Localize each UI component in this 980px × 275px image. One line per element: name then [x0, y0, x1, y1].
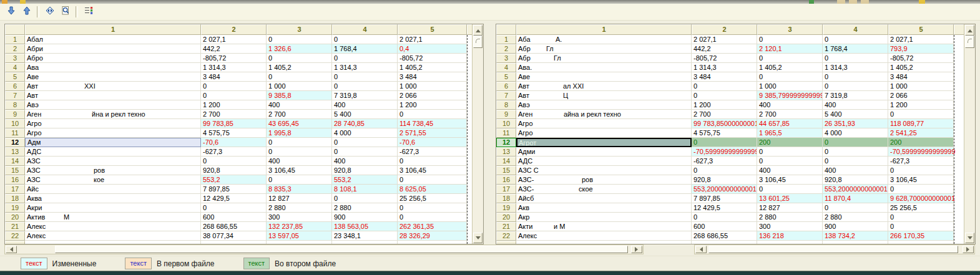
value-cell[interactable]: 0: [823, 138, 888, 147]
row-number[interactable]: 22: [496, 231, 516, 241]
name-cell[interactable]: АЗСкое: [25, 175, 201, 185]
value-cell[interactable]: 268 686,55: [201, 222, 267, 231]
value-cell[interactable]: 920,8: [201, 166, 267, 175]
value-cell[interactable]: 12 827: [757, 203, 823, 213]
value-cell[interactable]: -627,3: [692, 157, 757, 166]
next-difference-button[interactable]: [3, 4, 19, 19]
value-cell[interactable]: 38 077,34: [201, 231, 267, 241]
row-number[interactable]: 9: [5, 110, 25, 119]
value-cell[interactable]: 1 000: [398, 82, 467, 91]
name-cell[interactable]: АбаА.: [516, 35, 692, 44]
value-cell[interactable]: 114 738,45: [398, 119, 467, 128]
name-cell[interactable]: Алекс: [25, 222, 201, 231]
column-header-2[interactable]: 2: [692, 24, 757, 35]
value-cell[interactable]: 600: [692, 222, 757, 231]
name-cell[interactable]: Агро: [516, 128, 692, 138]
value-cell[interactable]: 2 571,55: [398, 128, 467, 138]
row-number[interactable]: 2: [5, 44, 25, 54]
value-cell[interactable]: 0: [267, 147, 332, 157]
compare-button[interactable]: [42, 4, 57, 19]
value-cell[interactable]: 2 700: [201, 110, 267, 119]
value-cell[interactable]: 400: [823, 166, 888, 175]
value-cell[interactable]: 793,9: [888, 44, 954, 54]
row-number[interactable]: 21: [5, 222, 25, 231]
value-cell[interactable]: 2 700: [267, 110, 332, 119]
value-cell[interactable]: 8 108,1: [332, 185, 398, 194]
first-file-grid[interactable]: 123451Абал2 027,1002 027,12Абри442,21 32…: [5, 24, 473, 244]
value-cell[interactable]: 0: [201, 157, 267, 166]
name-cell[interactable]: Абал: [25, 35, 201, 44]
value-cell[interactable]: 2 120,1: [757, 44, 823, 54]
value-cell[interactable]: -627,3: [201, 147, 267, 157]
value-cell[interactable]: 8 835,3: [267, 185, 332, 194]
name-cell[interactable]: АктивМ: [25, 213, 201, 222]
name-cell[interactable]: Алекс: [516, 231, 692, 241]
row-number[interactable]: 19: [5, 203, 25, 213]
value-cell[interactable]: 1 405,2: [398, 63, 467, 72]
value-cell[interactable]: 4 575,75: [692, 128, 757, 138]
value-cell[interactable]: 920,8: [823, 175, 888, 185]
value-cell[interactable]: 9 385,8: [267, 91, 332, 100]
value-cell[interactable]: -805,72: [692, 54, 757, 63]
legend-settings-button[interactable]: [81, 4, 96, 19]
scroll-thumb[interactable]: [473, 36, 483, 48]
name-cell[interactable]: Агро: [516, 119, 692, 128]
value-cell[interactable]: 920,8: [332, 166, 398, 175]
column-header-4[interactable]: 4: [332, 24, 398, 35]
name-cell[interactable]: АДС: [25, 147, 201, 157]
value-cell[interactable]: -805,72: [888, 54, 954, 63]
value-cell[interactable]: 0: [692, 138, 757, 147]
value-cell[interactable]: 7 897,85: [201, 185, 267, 194]
row-number[interactable]: 19: [496, 203, 516, 213]
value-cell[interactable]: 0: [267, 138, 332, 147]
value-cell[interactable]: 0: [757, 147, 823, 157]
value-cell[interactable]: 0: [267, 35, 332, 44]
value-cell[interactable]: 400: [823, 100, 888, 110]
value-cell[interactable]: 0: [398, 175, 467, 185]
column-header-1[interactable]: 1: [25, 24, 201, 35]
value-cell[interactable]: 0: [692, 91, 757, 100]
value-cell[interactable]: 1 995,8: [267, 128, 332, 138]
value-cell[interactable]: 1 405,2: [888, 63, 954, 72]
value-cell[interactable]: 0: [757, 72, 823, 82]
value-cell[interactable]: 0: [823, 82, 888, 91]
value-cell[interactable]: 200: [888, 138, 954, 147]
scroll-thumb[interactable]: [708, 246, 958, 253]
name-cell[interactable]: Авт: [25, 91, 201, 100]
value-cell[interactable]: 553,2000000000001: [692, 185, 757, 194]
value-cell[interactable]: 0: [201, 91, 267, 100]
value-cell[interactable]: 0: [398, 157, 467, 166]
value-cell[interactable]: 1 405,2: [757, 63, 823, 72]
value-cell[interactable]: 0: [823, 203, 888, 213]
value-cell[interactable]: 266 170,35: [888, 231, 954, 241]
name-cell[interactable]: АбрГл: [516, 54, 692, 63]
row-number[interactable]: 6: [5, 82, 25, 91]
value-cell[interactable]: -627,3: [888, 157, 954, 166]
row-number[interactable]: 11: [496, 128, 516, 138]
value-cell[interactable]: 5 400: [823, 110, 888, 119]
value-cell[interactable]: 553,2000000000001: [823, 185, 888, 194]
column-header-4[interactable]: 4: [823, 24, 888, 35]
value-cell[interactable]: 0: [888, 110, 954, 119]
name-cell[interactable]: Айс: [25, 185, 201, 194]
value-cell[interactable]: 8 625,05: [398, 185, 467, 194]
right-vertical-scrollbar[interactable]: [964, 24, 975, 244]
value-cell[interactable]: 7 319,8: [823, 91, 888, 100]
value-cell[interactable]: 138 563,05: [332, 222, 398, 231]
row-number[interactable]: 22: [5, 231, 25, 241]
name-cell[interactable]: Аве: [516, 72, 692, 82]
value-cell[interactable]: 2 027,1: [201, 35, 267, 44]
row-number[interactable]: 10: [496, 119, 516, 128]
value-cell[interactable]: 12 429,5: [692, 203, 757, 213]
row-number[interactable]: 18: [496, 194, 516, 203]
row-number[interactable]: 8: [496, 100, 516, 110]
previous-difference-button[interactable]: [19, 4, 34, 19]
value-cell[interactable]: 99 783,85: [201, 119, 267, 128]
value-cell[interactable]: 28 740,85: [332, 119, 398, 128]
value-cell[interactable]: 0: [823, 35, 888, 44]
value-cell[interactable]: 2 880: [332, 203, 398, 213]
value-cell[interactable]: 920,8: [692, 175, 757, 185]
value-cell[interactable]: 138 734,2: [823, 231, 888, 241]
value-cell[interactable]: 1 405,2: [267, 63, 332, 72]
show-details-button[interactable]: [57, 4, 73, 19]
